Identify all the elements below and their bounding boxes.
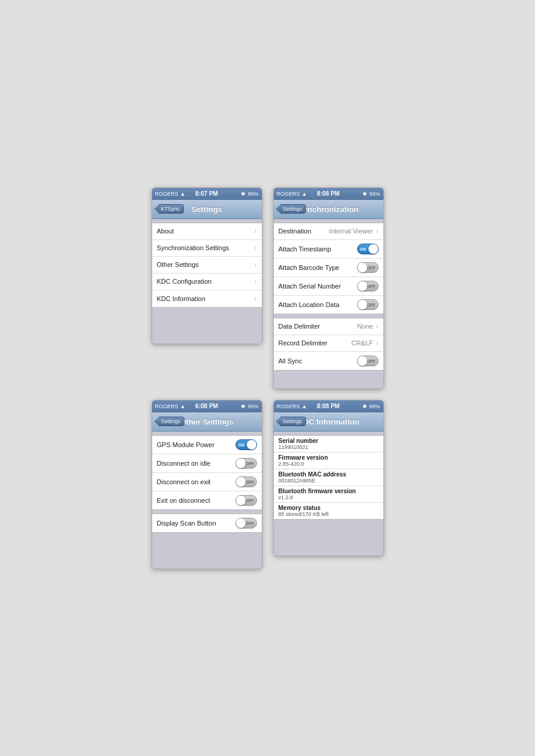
memory-status-label: Memory status	[279, 505, 379, 511]
kdc-config-label: KDC Configuration	[157, 278, 253, 285]
memory-status-value: 85 stored/170 KB left	[279, 511, 379, 517]
settings-about-row[interactable]: About ›	[152, 223, 262, 240]
bt-mac-value: 0019012A905E	[279, 478, 379, 484]
bluetooth-icon-2: ✱	[362, 191, 367, 197]
exit-disconnect-toggle[interactable]: OFF	[235, 495, 257, 506]
nav-bar-3: Settings Other Settings	[152, 412, 262, 432]
screen-other-settings: ROGERS ▲ 6:08 PM ✱ 99% Settings Other Se…	[152, 400, 262, 569]
gps-power-label: GPS Module Power	[157, 441, 235, 448]
record-delimiter-chevron: ›	[376, 339, 379, 347]
screen-settings-main: ROGERS ▲ 8:07 PM ✱ 99% KTSync Settings	[152, 187, 262, 389]
toggle-off-label-3: OFF	[367, 284, 376, 288]
disconnect-exit-label: Disconnect on exit	[157, 478, 235, 485]
status-bar-4: ROGERS ▲ 8:08 PM ✱ 99%	[274, 400, 383, 412]
settings-other-row[interactable]: Other Settings ›	[152, 257, 262, 274]
toggle-knob-5	[358, 356, 367, 366]
screen-body-2: Destination Internal Viewer › Attach Tim…	[274, 219, 383, 388]
all-sync-row: All Sync OFF	[274, 352, 383, 370]
page-container: ROGERS ▲ 8:07 PM ✱ 99% KTSync Settings	[0, 0, 535, 756]
attach-timestamp-row: Attach Timestamp ON	[274, 240, 383, 259]
record-delimiter-row[interactable]: Record Delimiter CR&LF ›	[274, 335, 383, 352]
attach-barcode-row: Attach Barcode Type OFF	[274, 259, 383, 277]
all-sync-label: All Sync	[279, 357, 357, 365]
attach-timestamp-toggle[interactable]: ON	[357, 244, 379, 254]
screen-body-3: GPS Module Power ON Disconnect on idle	[152, 432, 262, 569]
toggle-knob-2	[358, 263, 367, 272]
attach-serial-label: Attach Serial Number	[279, 283, 357, 290]
firmware-version-row: Firmware version 2.85-420.0	[274, 453, 383, 469]
about-chevron: ›	[255, 227, 257, 235]
toggle-off-label-8: OFF	[246, 479, 254, 484]
settings-kdc-info-row[interactable]: KDC Information ›	[152, 290, 262, 307]
battery-3: 99%	[247, 403, 258, 409]
bluetooth-icon-1: ✱	[241, 191, 246, 197]
delimiter-table: Data Delimiter None › Record Delimiter C…	[274, 318, 383, 371]
attach-serial-row: Attach Serial Number OFF	[274, 277, 383, 296]
carrier-1: ROGERS	[155, 191, 179, 197]
attach-location-row: Attach Location Data OFF	[274, 296, 383, 314]
toggle-off-label-7: OFF	[246, 461, 254, 465]
disconnect-idle-toggle[interactable]: OFF	[235, 458, 257, 469]
gps-power-toggle[interactable]: ON	[235, 439, 257, 450]
destination-value: Internal Viewer	[329, 227, 373, 235]
display-scan-row: Display Scan Button OFF	[152, 514, 262, 532]
exit-disconnect-label: Exit on disconnect	[157, 497, 235, 504]
nav-title-1: Settings	[191, 205, 222, 214]
back-button-2[interactable]: Settings	[276, 204, 307, 214]
toggle-off-label-4: OFF	[367, 302, 376, 306]
toggle-knob-10	[236, 518, 246, 528]
wifi-icon-3: ▲	[180, 403, 186, 409]
all-sync-toggle[interactable]: OFF	[357, 356, 379, 366]
toggle-knob-9	[236, 496, 246, 505]
destination-chevron: ›	[376, 227, 379, 235]
kdc-config-chevron: ›	[255, 277, 257, 286]
bluetooth-icon-3: ✱	[241, 403, 246, 409]
back-button-1[interactable]: KTSync	[155, 204, 185, 214]
attach-location-label: Attach Location Data	[279, 301, 357, 308]
wifi-icon-2: ▲	[302, 191, 307, 197]
toggle-off-label-5: OFF	[367, 359, 376, 363]
serial-number-row: Serial number 1199010021	[274, 436, 383, 453]
other-settings-table: GPS Module Power ON Disconnect on idle	[152, 435, 262, 510]
attach-location-toggle[interactable]: OFF	[357, 299, 379, 310]
sync-label: Synchronization Settings	[157, 244, 253, 251]
status-bar-3: ROGERS ▲ 6:08 PM ✱ 99%	[152, 400, 262, 412]
nav-title-2: Synchronization	[298, 205, 358, 214]
disconnect-idle-label: Disconnect on idle	[157, 460, 235, 467]
status-bar-2: ROGERS ▲ 8:08 PM ✱ 99%	[274, 188, 383, 200]
disconnect-exit-toggle[interactable]: OFF	[235, 476, 257, 487]
gps-on-label: ON	[238, 442, 245, 447]
attach-serial-toggle[interactable]: OFF	[357, 281, 379, 292]
bluetooth-icon-4: ✱	[362, 403, 367, 409]
screens-grid: ROGERS ▲ 8:07 PM ✱ 99% KTSync Settings	[134, 169, 402, 587]
screen-synchronization: ROGERS ▲ 8:08 PM ✱ 99% Settings Synchron…	[273, 187, 384, 389]
screen-kdc-information: ROGERS ▲ 8:08 PM ✱ 99% Settings KDC Info…	[273, 400, 384, 569]
bt-firmware-label: Bluetooth firmware version	[279, 488, 379, 494]
data-delimiter-row[interactable]: Data Delimiter None ›	[274, 318, 383, 335]
attach-barcode-label: Attach Barcode Type	[279, 264, 357, 271]
disconnect-exit-row: Disconnect on exit OFF	[152, 473, 262, 491]
attach-barcode-toggle[interactable]: OFF	[357, 262, 379, 273]
attach-timestamp-label: Attach Timestamp	[279, 245, 357, 253]
toggle-knob-7	[236, 459, 246, 468]
disconnect-idle-row: Disconnect on idle OFF	[152, 454, 262, 473]
toggle-knob-3	[358, 281, 367, 291]
other-label: Other Settings	[157, 261, 253, 268]
about-label: About	[157, 227, 253, 235]
carrier-4: ROGERS	[277, 403, 300, 409]
bt-mac-row: Bluetooth MAC address 0019012A905E	[274, 469, 383, 486]
back-button-3[interactable]: Settings	[155, 417, 185, 426]
firmware-version-value: 2.85-420.0	[279, 461, 379, 467]
settings-kdc-config-row[interactable]: KDC Configuration ›	[152, 274, 262, 290]
destination-row[interactable]: Destination Internal Viewer ›	[274, 223, 383, 240]
sync-chevron: ›	[255, 244, 257, 252]
display-scan-toggle[interactable]: OFF	[235, 518, 257, 529]
other-chevron: ›	[255, 260, 257, 269]
record-delimiter-value: CR&LF	[351, 339, 373, 347]
battery-1: 99%	[247, 191, 258, 197]
back-button-4[interactable]: Settings	[276, 417, 307, 426]
settings-sync-row[interactable]: Synchronization Settings ›	[152, 240, 262, 257]
iphone-shell-3: ROGERS ▲ 6:08 PM ✱ 99% Settings Other Se…	[152, 400, 262, 569]
iphone-shell-2: ROGERS ▲ 8:08 PM ✱ 99% Settings Synchron…	[273, 187, 384, 389]
serial-number-label: Serial number	[279, 438, 379, 444]
